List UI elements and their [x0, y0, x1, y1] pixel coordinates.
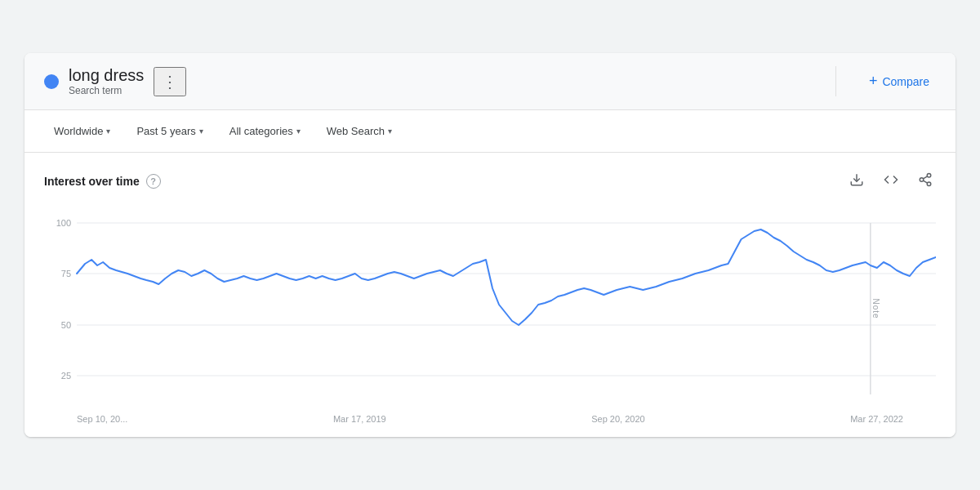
x-label-1: Sep 10, 20... — [77, 414, 127, 424]
location-filter[interactable]: Worldwide ▾ — [44, 120, 120, 142]
svg-point-1 — [927, 174, 931, 178]
search-term-label: Search term — [69, 85, 144, 96]
x-label-2: Mar 17, 2019 — [333, 414, 386, 424]
term-color-indicator — [44, 74, 59, 89]
interest-chart: 100 75 50 25 — [44, 207, 936, 411]
svg-text:25: 25 — [61, 371, 71, 381]
time-range-chevron-icon: ▾ — [199, 127, 203, 136]
x-axis-labels: Sep 10, 20... Mar 17, 2019 Sep 20, 2020 … — [44, 411, 936, 424]
svg-line-5 — [923, 176, 927, 179]
x-label-3: Sep 20, 2020 — [591, 414, 644, 424]
svg-text:50: 50 — [61, 320, 71, 330]
time-range-filter[interactable]: Past 5 years ▾ — [127, 120, 212, 142]
download-button[interactable] — [846, 169, 867, 194]
search-term-name: long dress — [69, 66, 144, 85]
compare-section: + Compare — [835, 66, 936, 96]
filter-bar: Worldwide ▾ Past 5 years ▾ All categorie… — [24, 110, 956, 153]
chart-title-group: Interest over time ? — [44, 174, 161, 189]
search-term-info: long dress Search term — [69, 66, 144, 96]
compare-button[interactable]: + Compare — [862, 66, 936, 96]
search-term-left: long dress Search term ⋮ — [44, 66, 186, 96]
compare-plus-icon: + — [869, 73, 878, 90]
search-type-filter[interactable]: Web Search ▾ — [317, 120, 402, 142]
category-filter-label: All categories — [229, 125, 293, 137]
category-filter[interactable]: All categories ▾ — [220, 120, 310, 142]
svg-line-4 — [923, 180, 927, 183]
svg-text:75: 75 — [61, 269, 71, 278]
note-label: Note — [871, 298, 880, 318]
x-label-4: Mar 27, 2022 — [850, 414, 903, 424]
svg-point-3 — [927, 182, 931, 186]
chart-actions — [846, 169, 936, 194]
chart-section: Interest over time ? — [24, 153, 956, 437]
location-chevron-icon: ▾ — [106, 127, 110, 136]
term-menu-button[interactable]: ⋮ — [154, 67, 186, 96]
chart-title: Interest over time — [44, 175, 140, 188]
time-range-filter-label: Past 5 years — [136, 125, 195, 137]
help-icon[interactable]: ? — [146, 174, 161, 189]
search-type-filter-label: Web Search — [327, 125, 385, 137]
main-container: long dress Search term ⋮ + Compare World… — [24, 53, 956, 437]
search-header: long dress Search term ⋮ + Compare — [24, 53, 956, 110]
location-filter-label: Worldwide — [54, 125, 103, 137]
chart-header: Interest over time ? — [44, 169, 936, 194]
category-chevron-icon: ▾ — [296, 127, 301, 136]
share-button[interactable] — [915, 169, 936, 194]
embed-button[interactable] — [880, 169, 902, 194]
svg-text:100: 100 — [56, 218, 71, 228]
chart-wrapper: 100 75 50 25 Note — [44, 207, 936, 411]
search-type-chevron-icon: ▾ — [388, 127, 392, 136]
compare-label: Compare — [882, 75, 929, 88]
svg-point-2 — [920, 178, 924, 182]
